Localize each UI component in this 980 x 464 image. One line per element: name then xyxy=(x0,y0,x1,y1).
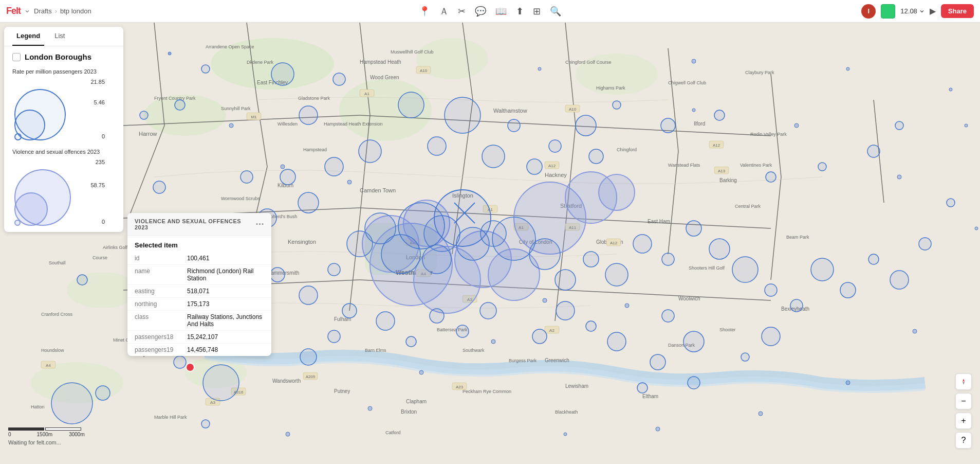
plus-icon: + xyxy=(961,416,966,425)
popup-key-name: name xyxy=(135,267,181,282)
svg-point-258 xyxy=(846,67,849,70)
svg-text:Southwark: Southwark xyxy=(463,348,485,353)
svg-text:Central Park: Central Park xyxy=(735,204,761,209)
popup-title: Selected item xyxy=(127,236,271,252)
user-avatar[interactable]: I xyxy=(861,4,876,19)
popup-more-button[interactable]: ··· xyxy=(255,219,264,230)
waiting-text: Waiting for felt.com... xyxy=(8,439,85,445)
svg-point-197 xyxy=(456,325,469,337)
svg-text:Greenwich: Greenwich xyxy=(545,358,569,363)
svg-text:Wormwood Scrubs: Wormwood Scrubs xyxy=(221,196,260,201)
scale-label-3000: 3000m xyxy=(69,432,85,437)
minus-icon: − xyxy=(961,397,966,406)
svg-text:Fryent Country Park: Fryent Country Park xyxy=(154,96,196,101)
map-thumbnail[interactable] xyxy=(881,4,895,19)
svg-text:M1: M1 xyxy=(251,115,257,119)
breadcrumb: Drafts › btp london xyxy=(34,7,91,15)
scissors-tool-icon[interactable]: ✂ xyxy=(458,6,466,17)
svg-text:Catford: Catford xyxy=(385,430,401,435)
search-tool-icon[interactable]: 🔍 xyxy=(550,6,561,17)
comment-tool-icon[interactable]: 💬 xyxy=(475,6,486,17)
svg-text:Hatton: Hatton xyxy=(31,404,45,409)
svg-text:Hampstead Heath: Hampstead Heath xyxy=(360,59,401,65)
svg-point-222 xyxy=(790,299,803,312)
svg-text:Eltham: Eltham xyxy=(642,394,658,399)
breadcrumb-parent[interactable]: Drafts xyxy=(34,7,52,15)
info-popup: VIOLENCE AND SEXUAL OFFENCES 2023 ··· Se… xyxy=(127,213,271,356)
svg-text:Course: Course xyxy=(93,255,107,260)
svg-text:A1: A1 xyxy=(364,92,369,96)
share-button[interactable]: Share xyxy=(941,4,974,18)
svg-text:Brixton: Brixton xyxy=(401,409,417,415)
svg-text:A2: A2 xyxy=(549,328,554,333)
svg-point-225 xyxy=(868,254,879,264)
popup-header: VIOLENCE AND SEXUAL OFFENCES 2023 ··· xyxy=(127,213,271,236)
svg-point-270 xyxy=(368,406,372,411)
compass-button[interactable] xyxy=(955,373,972,390)
zoom-in-button[interactable]: + xyxy=(955,413,972,429)
svg-point-212 xyxy=(96,386,110,400)
tab-list[interactable]: List xyxy=(50,27,69,46)
text-tool-icon[interactable]: Ａ xyxy=(439,5,449,17)
map-controls: − + ? xyxy=(955,373,972,449)
popup-row-northing: northing 175,173 xyxy=(127,298,271,311)
svg-point-190 xyxy=(709,239,730,259)
rate-label-min: 0 xyxy=(102,133,105,139)
scale-label-0: 0 xyxy=(8,432,11,437)
svg-point-211 xyxy=(51,383,93,424)
svg-point-254 xyxy=(168,52,171,55)
svg-point-269 xyxy=(419,370,423,374)
violence-legend-bubbles: 235 58.75 0 xyxy=(12,159,115,226)
breadcrumb-current: btp london xyxy=(60,7,91,15)
svg-point-233 xyxy=(661,118,675,133)
felt-logo[interactable]: Felt xyxy=(6,6,21,16)
breadcrumb-separator: › xyxy=(55,7,57,15)
tab-legend[interactable]: Legend xyxy=(12,27,44,46)
rate-bubble-small xyxy=(14,133,22,140)
play-icon[interactable]: ▶ xyxy=(930,6,936,16)
upload-tool-icon[interactable]: ⬆ xyxy=(516,6,524,17)
popup-row-easting: easting 518,071 xyxy=(127,285,271,298)
svg-text:Southall: Southall xyxy=(49,260,66,265)
panel-content: London Boroughs Rate per million passeng… xyxy=(4,46,123,232)
help-button[interactable]: ? xyxy=(955,432,972,449)
svg-point-208 xyxy=(153,181,165,193)
svg-point-245 xyxy=(299,106,318,124)
svg-text:A23: A23 xyxy=(456,385,464,389)
svg-text:Marble Hill Park: Marble Hill Park xyxy=(154,415,187,420)
svg-point-188 xyxy=(662,253,674,265)
svg-text:Kensington: Kensington xyxy=(288,239,316,245)
svg-text:Blackheath: Blackheath xyxy=(555,409,578,415)
svg-point-257 xyxy=(692,59,696,63)
help-icon: ? xyxy=(961,436,966,445)
svg-point-183 xyxy=(328,263,340,276)
popup-section-label: VIOLENCE AND SEXUAL OFFENCES 2023 xyxy=(135,218,255,230)
svg-point-210 xyxy=(77,275,87,285)
london-boroughs-checkbox[interactable] xyxy=(12,53,21,61)
svg-point-2 xyxy=(144,95,226,136)
map-canvas[interactable]: Harrow Wembley East Finchley Wood Green … xyxy=(0,23,980,464)
violence-label-max: 235 xyxy=(96,159,105,165)
svg-text:Lewisham: Lewisham xyxy=(565,383,588,389)
popup-val-name: Richmond (London) Rail Station xyxy=(187,267,264,282)
svg-point-198 xyxy=(430,309,444,323)
svg-point-195 xyxy=(586,321,596,331)
svg-text:Gladstone Park: Gladstone Park xyxy=(298,96,330,101)
book-tool-icon[interactable]: 📖 xyxy=(495,6,507,17)
popup-val-class: Railway Stations, Junctions And Halts xyxy=(187,313,264,328)
header-toolbar: 📍 Ａ ✂ 💬 📖 ⬆ ⊞ 🔍 xyxy=(419,5,561,17)
svg-text:Chigwell Golf Club: Chigwell Golf Club xyxy=(668,80,706,85)
svg-text:Sunnyhill Park: Sunnyhill Park xyxy=(221,106,251,111)
violence-label-mid: 58.75 xyxy=(90,182,105,188)
pin-tool-icon[interactable]: 📍 xyxy=(419,6,430,17)
scale-label-1500: 1500m xyxy=(37,432,53,437)
svg-text:Hampstead Heath Extension: Hampstead Heath Extension xyxy=(324,121,383,127)
svg-text:Walthamstow: Walthamstow xyxy=(493,108,527,114)
svg-text:Ilford: Ilford xyxy=(694,121,705,127)
popup-key-pass18: passengers18 xyxy=(135,333,181,341)
svg-point-170 xyxy=(434,190,491,246)
layers-tool-icon[interactable]: ⊞ xyxy=(533,6,541,17)
svg-point-215 xyxy=(662,310,674,322)
rate-label-mid: 5.46 xyxy=(94,99,105,105)
zoom-out-button[interactable]: − xyxy=(955,393,972,409)
